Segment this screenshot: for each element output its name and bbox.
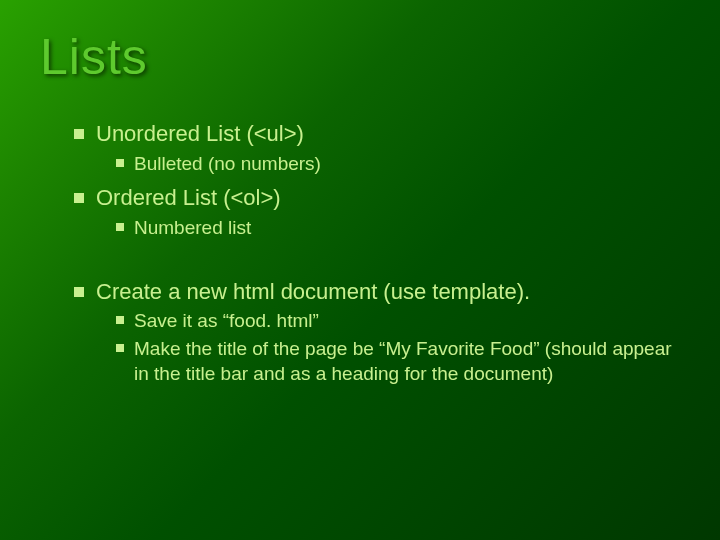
list-item: Save it as “food. html” [116,309,680,334]
square-bullet-icon [116,344,124,352]
list-item: Create a new html document (use template… [74,278,680,307]
square-bullet-icon [116,316,124,324]
square-bullet-icon [116,159,124,167]
list-item-text: Bulleted (no numbers) [134,152,680,177]
slide: Lists Unordered List (<ul>) Bulleted (no… [0,0,720,540]
list-item-text: Save it as “food. html” [134,309,680,334]
slide-body: Unordered List (<ul>) Bulleted (no numbe… [40,120,680,386]
list-item-text: Numbered list [134,216,680,241]
list-item-text: Create a new html document (use template… [96,278,680,307]
list-item-text: Ordered List (<ol>) [96,184,680,213]
list-item-text: Make the title of the page be “My Favori… [134,337,680,386]
list-item: Unordered List (<ul>) [74,120,680,149]
spacer [40,244,680,270]
square-bullet-icon [74,193,84,203]
list-item-text: Unordered List (<ul>) [96,120,680,149]
square-bullet-icon [74,287,84,297]
list-item: Bulleted (no numbers) [116,152,680,177]
square-bullet-icon [116,223,124,231]
list-item: Make the title of the page be “My Favori… [116,337,680,386]
list-item: Numbered list [116,216,680,241]
list-item: Ordered List (<ol>) [74,184,680,213]
slide-title: Lists [40,28,680,86]
square-bullet-icon [74,129,84,139]
